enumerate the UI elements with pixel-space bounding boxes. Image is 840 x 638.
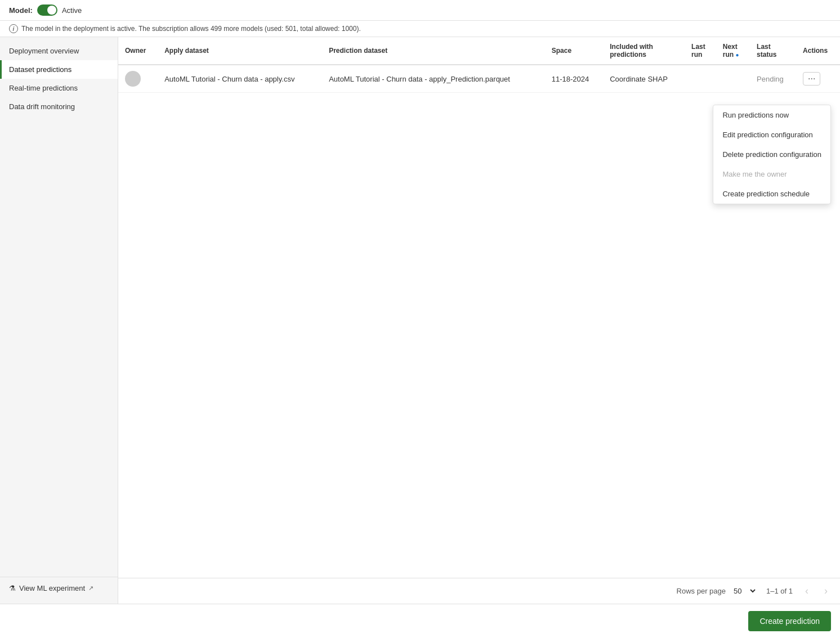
col-last-run: Lastrun <box>685 37 716 65</box>
cell-last-run <box>685 65 716 93</box>
sidebar-item-deployment-overview[interactable]: Deployment overview <box>0 42 118 60</box>
next-page-button[interactable]: › <box>821 584 831 598</box>
sidebar-item-data-drift[interactable]: Data drift monitoring <box>0 97 118 116</box>
rows-per-page-select[interactable]: 50 25 100 <box>729 585 757 597</box>
cell-prediction-dataset: AutoML Tutorial - Churn data - apply_Pre… <box>322 65 545 93</box>
col-next-run: Nextrun ● <box>716 37 750 65</box>
active-label: Active <box>62 6 82 15</box>
info-bar: i The model in the deployment is active.… <box>0 21 840 37</box>
view-ml-experiment-link[interactable]: ⚗ View ML experiment ↗ <box>9 584 109 592</box>
flask-icon: ⚗ <box>9 584 16 592</box>
bottom-action-bar: Create prediction <box>0 604 840 638</box>
sidebar-bottom: ⚗ View ML experiment ↗ <box>0 577 118 599</box>
top-bar: Model: Active <box>0 0 840 21</box>
cell-owner <box>118 65 158 93</box>
cell-next-run <box>716 65 750 93</box>
cell-space: 11-18-2024 <box>545 65 604 93</box>
sidebar: Deployment overview Dataset predictions … <box>0 37 118 604</box>
col-actions: Actions <box>796 37 840 65</box>
cell-actions: ··· <box>796 65 840 93</box>
sidebar-items: Deployment overview Dataset predictions … <box>0 42 118 577</box>
predictions-table: Owner Apply dataset Prediction dataset S… <box>118 37 840 93</box>
avatar <box>125 71 141 87</box>
col-apply-dataset: Apply dataset <box>158 37 322 65</box>
toggle-knob <box>47 6 56 15</box>
dropdown-item-edit-prediction[interactable]: Edit prediction configuration <box>713 125 830 145</box>
actions-button[interactable]: ··· <box>803 72 820 86</box>
cell-last-status: Pending <box>750 65 796 93</box>
cell-included-with-predictions: Coordinate SHAP <box>603 65 685 93</box>
pagination-info: 1–1 of 1 <box>766 587 793 595</box>
dropdown-menu: Run predictions now Edit prediction conf… <box>713 105 831 204</box>
app-container: Model: Active i The model in the deploym… <box>0 0 840 638</box>
dropdown-item-make-owner: Make me the owner <box>713 164 830 184</box>
main-content: Deployment overview Dataset predictions … <box>0 37 840 604</box>
view-ml-experiment-label: View ML experiment <box>19 584 85 592</box>
col-space: Space <box>545 37 604 65</box>
sidebar-item-realtime-predictions[interactable]: Real-time predictions <box>0 79 118 97</box>
col-last-status: Laststatus <box>750 37 796 65</box>
dropdown-item-delete-prediction[interactable]: Delete prediction configuration <box>713 145 830 164</box>
rows-per-page: Rows per page 50 25 100 <box>677 585 757 597</box>
external-link-icon: ↗ <box>88 585 93 592</box>
model-toggle[interactable] <box>37 5 57 16</box>
prev-page-button[interactable]: ‹ <box>802 584 812 598</box>
content-area: Owner Apply dataset Prediction dataset S… <box>118 37 840 604</box>
model-label: Model: <box>9 6 33 15</box>
dropdown-item-run-predictions[interactable]: Run predictions now <box>713 105 830 125</box>
cell-apply-dataset: AutoML Tutorial - Churn data - apply.csv <box>158 65 322 93</box>
rows-per-page-label: Rows per page <box>677 587 726 595</box>
dropdown-item-create-schedule[interactable]: Create prediction schedule <box>713 184 830 204</box>
table-header-row: Owner Apply dataset Prediction dataset S… <box>118 37 840 65</box>
create-prediction-button[interactable]: Create prediction <box>748 611 831 631</box>
sidebar-item-dataset-predictions[interactable]: Dataset predictions <box>0 60 118 79</box>
col-owner: Owner <box>118 37 158 65</box>
info-text: The model in the deployment is active. T… <box>21 25 361 33</box>
col-prediction-dataset: Prediction dataset <box>322 37 545 65</box>
table-row: AutoML Tutorial - Churn data - apply.csv… <box>118 65 840 93</box>
col-included-with-predictions: Included withpredictions <box>603 37 685 65</box>
footer: Rows per page 50 25 100 1–1 of 1 ‹ › <box>118 578 840 604</box>
info-icon: i <box>9 24 18 33</box>
